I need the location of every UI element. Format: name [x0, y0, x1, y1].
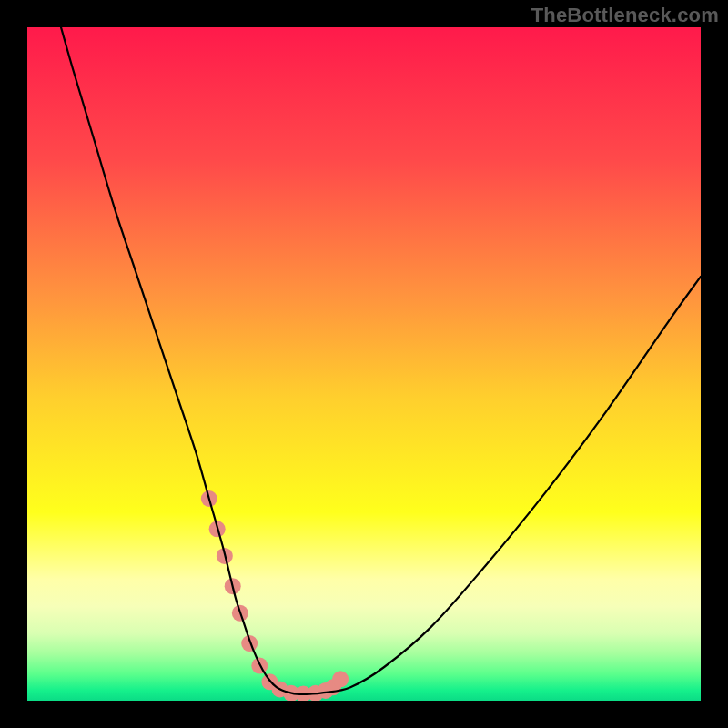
bottleneck-curve: [61, 27, 701, 694]
highlight-dot: [332, 671, 349, 687]
plot-area: [27, 27, 701, 701]
curve-layer: [27, 27, 701, 701]
chart-frame: TheBottleneck.com: [0, 0, 728, 728]
highlight-dots: [201, 490, 349, 701]
watermark-text: TheBottleneck.com: [531, 4, 719, 27]
